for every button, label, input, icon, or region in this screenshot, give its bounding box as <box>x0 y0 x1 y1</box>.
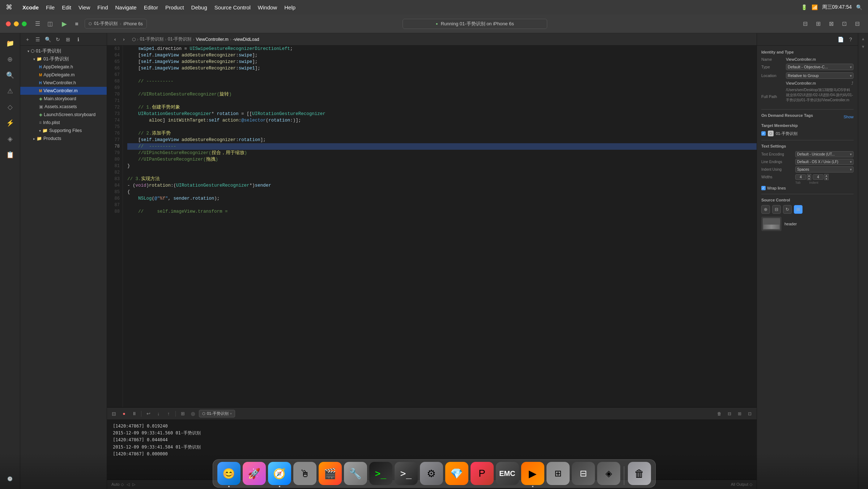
layout-icon-3[interactable]: ⊠ <box>826 19 836 29</box>
indent-down[interactable]: ▼ <box>824 177 829 180</box>
indent-dropdown[interactable]: Spaces ▾ <box>795 166 854 173</box>
dock-app4[interactable]: ◈ <box>597 462 620 485</box>
close-button[interactable] <box>6 21 11 26</box>
dock-tools[interactable]: 🔧 <box>344 462 367 485</box>
run-button[interactable]: ▶ <box>59 19 69 29</box>
console-pause-btn[interactable]: ⏸ <box>130 410 138 418</box>
nav-issue-icon[interactable]: ⚠ <box>3 84 17 98</box>
menu-help[interactable]: Help <box>284 4 295 10</box>
dock-mouse[interactable]: 🖱 <box>293 462 316 485</box>
menu-xcode[interactable]: Xcode <box>22 4 39 10</box>
code-lines[interactable]: swipe1.direction = UISwipeGestureRecogni… <box>123 46 757 407</box>
console-split-btn[interactable]: ⊟ <box>726 410 733 418</box>
file-tree-group[interactable]: ▾ 📁 01-手势识别 <box>20 55 107 63</box>
menu-file[interactable]: File <box>46 4 55 10</box>
sidebar-hierarchy-btn[interactable]: ⊞ <box>64 35 72 44</box>
menu-product[interactable]: Product <box>165 4 184 10</box>
sidebar-refresh-btn[interactable]: ↻ <box>54 35 62 44</box>
tab-up[interactable]: ▲ <box>807 174 811 177</box>
menu-editor[interactable]: Editor <box>144 4 158 10</box>
file-viewcontroller-m[interactable]: M ViewController.m <box>20 87 107 95</box>
simulate-location-btn[interactable]: ◎ <box>189 410 197 418</box>
nav-symbol-icon[interactable]: ⊕ <box>3 52 17 67</box>
console-maximize-btn[interactable]: ⊞ <box>736 410 744 418</box>
nav-search-icon[interactable]: 🔍 <box>3 68 17 82</box>
dock-photos[interactable]: 🎬 <box>319 462 342 485</box>
file-appdelegate-m[interactable]: M AppDelegate.m <box>20 71 107 79</box>
layout-icon-4[interactable]: ⊡ <box>839 19 849 29</box>
sc-btn-1[interactable]: ⊕ <box>761 205 770 214</box>
indent-width-input[interactable]: 4 <box>813 174 824 180</box>
file-tree-project-root[interactable]: ▾ ⬡ 01-手势识别 <box>20 47 107 55</box>
dock-safari[interactable]: 🧭 <box>268 462 291 485</box>
layout-icon-2[interactable]: ⊞ <box>813 19 823 29</box>
file-viewcontroller-h[interactable]: H ViewController.h <box>20 79 107 87</box>
file-info-plist[interactable]: ≡ Info.plist <box>20 119 107 127</box>
sidebar-info-btn[interactable]: ℹ <box>74 35 82 44</box>
menu-navigate[interactable]: Navigate <box>115 4 136 10</box>
rs-down-btn[interactable]: ▼ <box>859 43 867 51</box>
inspector-help-btn[interactable]: ? <box>846 35 855 44</box>
dock-finder[interactable]: 😊 <box>217 462 241 485</box>
breadcrumb-method[interactable]: -viewDidLoad <box>233 37 259 42</box>
console-clear-btn[interactable]: ⊟ <box>110 410 118 418</box>
encoding-dropdown[interactable]: Default - Unicode (UT... ▾ <box>795 151 854 157</box>
inspector-file-btn[interactable]: 📄 <box>836 35 845 44</box>
file-supporting[interactable]: ▾ 📁 Supporting Files <box>20 127 107 135</box>
type-dropdown[interactable]: Default - Objective-C... ▾ <box>786 64 854 70</box>
console-extra-btn[interactable]: ⊡ <box>746 410 754 418</box>
code-content[interactable]: 63 64 65 66 67 68 69 70 71 72 73 74 <box>107 46 757 407</box>
step-over-btn[interactable]: ↩ <box>144 410 152 418</box>
menu-window[interactable]: Window <box>258 4 277 10</box>
breadcrumb-group[interactable]: 01-手势识别 <box>140 36 163 42</box>
sidebar-search-btn[interactable]: 🔍 <box>43 35 52 44</box>
file-nav-icon[interactable]: ⤴ <box>851 81 854 85</box>
stop-button[interactable]: ■ <box>72 19 82 29</box>
tab-stepper[interactable]: ▲ ▼ <box>807 174 811 180</box>
sidebar-add-btn[interactable]: + <box>23 35 32 44</box>
tab-width-input[interactable]: 4 <box>795 174 806 180</box>
indent-up[interactable]: ▲ <box>824 174 829 177</box>
layout-icon-5[interactable]: ⊟ <box>852 19 862 29</box>
nav-breakpoint-icon[interactable]: ◈ <box>3 132 17 146</box>
file-main-storyboard[interactable]: ◈ Main.storyboard <box>20 95 107 103</box>
bottom-scheme[interactable]: ⬡ 01-手势识别 ▾ <box>199 410 235 417</box>
menu-edit[interactable]: Edit <box>62 4 71 10</box>
file-appdelegate-h[interactable]: H AppDelegate.h <box>20 63 107 71</box>
dock-emc[interactable]: EMC <box>496 462 519 485</box>
wrap-lines-checkbox[interactable]: ✓ <box>761 186 766 190</box>
dock-terminal2[interactable]: >_ <box>395 462 418 485</box>
layout-icon-1[interactable]: ⊟ <box>800 19 810 29</box>
name-value[interactable]: ViewController.m <box>786 57 854 61</box>
breadcrumb-file[interactable]: ViewController.m <box>196 37 228 42</box>
breadcrumb-group-2[interactable]: 01-手势识别 <box>168 36 191 42</box>
nav-report-icon[interactable]: 📋 <box>3 148 17 162</box>
file-launch-storyboard[interactable]: ◈ LaunchScreen.storyboard <box>20 111 107 119</box>
dock-app1[interactable]: ▶ <box>521 462 544 485</box>
dock-app2[interactable]: ⊞ <box>546 462 570 485</box>
breadcrumb-project[interactable]: ⬡ <box>132 37 136 42</box>
scheme-selector[interactable]: ⬡ 01-手势识别 › iPhone 6s <box>85 19 147 29</box>
dock-term[interactable]: >_ <box>369 462 392 485</box>
sc-btn-2[interactable]: ⊟ <box>772 205 781 214</box>
indent-stepper[interactable]: ▲ ▼ <box>824 174 829 180</box>
menu-view[interactable]: View <box>78 4 90 10</box>
console-stop-btn[interactable]: ● <box>120 410 128 418</box>
jump-bar-toggle[interactable]: ◫ <box>45 19 55 29</box>
tab-down[interactable]: ▼ <box>807 177 811 180</box>
sc-btn-4[interactable]: ⊞ <box>794 205 803 214</box>
menu-debug[interactable]: Debug <box>191 4 207 10</box>
show-link[interactable]: Show <box>843 115 854 119</box>
menu-find[interactable]: Find <box>97 4 108 10</box>
dock-sketch[interactable]: 💎 <box>445 462 468 485</box>
dock-settings[interactable]: ⚙ <box>420 462 443 485</box>
line-endings-dropdown[interactable]: Default - OS X / Unix (LF) ▾ <box>795 159 854 165</box>
navigator-toggle[interactable]: ☰ <box>33 19 43 29</box>
location-dropdown[interactable]: Relative to Group ▾ <box>786 72 854 79</box>
minimize-button[interactable] <box>14 21 19 26</box>
nav-test-icon[interactable]: ◇ <box>3 100 17 114</box>
step-into-btn[interactable]: ↓ <box>154 410 162 418</box>
apple-menu[interactable]: ⌘ <box>6 3 12 11</box>
step-out-btn[interactable]: ↑ <box>165 410 173 418</box>
dock-trash[interactable]: 🗑 <box>628 462 651 485</box>
